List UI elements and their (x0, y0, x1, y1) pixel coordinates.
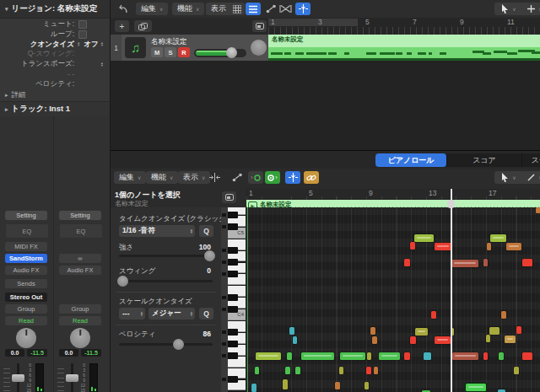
pr-view-menu[interactable]: 表示∨ (178, 171, 210, 184)
functions-menu[interactable]: 機能∨ (172, 3, 204, 15)
track-name[interactable]: 名称未設定 (151, 37, 187, 47)
midi-note[interactable] (522, 352, 532, 360)
track-volume-slider[interactable] (194, 49, 246, 57)
midi-in-button[interactable]: › (248, 171, 263, 184)
midi-note[interactable] (506, 243, 521, 250)
strip-button-eq[interactable]: EQ (59, 223, 103, 239)
piano-key-black[interactable] (228, 341, 238, 347)
stepper-icon[interactable]: ▴ ▾ (101, 62, 103, 67)
scale-type-select[interactable]: メジャー ▴ ▾ (148, 308, 195, 320)
midi-note[interactable] (372, 336, 377, 344)
velocity-slider[interactable] (119, 343, 213, 346)
midi-note[interactable] (410, 336, 416, 344)
pan-knob[interactable] (251, 40, 267, 56)
piano-roll-grid[interactable] (246, 207, 540, 392)
midi-note[interactable] (251, 384, 256, 392)
fader-cap[interactable] (66, 374, 78, 382)
piano-key-black[interactable] (228, 259, 238, 266)
midi-note[interactable] (451, 260, 478, 267)
midi-note[interactable] (287, 352, 292, 360)
strip-button-setting[interactable]: Setting (5, 211, 47, 220)
strip-button-group[interactable]: Group (5, 304, 47, 314)
midi-note[interactable] (536, 207, 540, 213)
region-inspector-header[interactable]: ▾ リージョン: 名称未設定 (0, 0, 110, 19)
stepper-icon[interactable]: ▴ ▾ (101, 41, 103, 47)
tab-score[interactable]: スコア (447, 153, 522, 167)
playhead-handle[interactable] (447, 200, 455, 208)
checkbox[interactable] (78, 20, 87, 29)
strip-button-group[interactable]: Group (59, 304, 101, 314)
autopunch-button[interactable] (278, 3, 293, 15)
midi-note[interactable] (404, 352, 410, 360)
strip-button-stereo-out[interactable]: Stereo Out (5, 293, 47, 302)
checkbox[interactable] (78, 30, 87, 39)
solo-button[interactable]: S (165, 47, 176, 57)
midi-note[interactable] (516, 326, 521, 334)
region-details-row[interactable]: ▸ 詳細 (0, 90, 110, 100)
duplicate-track-button[interactable] (134, 20, 152, 32)
midi-note[interactable] (404, 259, 410, 266)
midi-note[interactable] (424, 352, 431, 360)
piano-key-black[interactable] (228, 329, 238, 336)
midi-note[interactable] (501, 311, 506, 319)
track-header-options-button[interactable] (252, 20, 267, 32)
piano-keyboard[interactable]: C5C4 (228, 207, 246, 392)
midi-note[interactable] (374, 367, 378, 374)
midi-note[interactable] (435, 336, 451, 344)
piano-key-black[interactable] (228, 212, 238, 218)
playhead[interactable] (451, 189, 452, 392)
midi-note[interactable] (414, 234, 434, 242)
pr-pencil-tool-menu[interactable]: ∨ (521, 171, 540, 184)
piano-key-black[interactable] (228, 376, 238, 383)
pr-pointer-tool-menu[interactable]: ∨ (494, 171, 523, 184)
piano-roll-ruler[interactable]: 1591317 (246, 189, 540, 200)
strip-button-read[interactable]: Read (59, 316, 101, 325)
record-enable-button[interactable]: R (178, 47, 190, 57)
scale-quantize-apply-button[interactable]: Q (199, 308, 213, 320)
grid-view-button[interactable] (230, 3, 245, 15)
cycle-range-band[interactable] (268, 19, 358, 26)
command-click-tool-menu[interactable]: ∨ (521, 3, 540, 15)
track-inspector-header[interactable]: ▸ トラック: Inst 1 (0, 101, 110, 117)
mute-button[interactable]: M (151, 47, 163, 57)
link-button[interactable] (304, 171, 319, 184)
tab-piano-roll[interactable]: ピアノロール (375, 153, 447, 167)
strip-button-eq[interactable]: EQ (5, 223, 49, 239)
pointer-tool-menu[interactable]: ∨ (494, 3, 523, 15)
local-inspector-toggle-button[interactable] (222, 191, 236, 203)
volume-value[interactable]: 0.0 (5, 349, 24, 357)
midi-note[interactable] (499, 352, 504, 360)
midi-note[interactable] (466, 384, 486, 391)
midi-note[interactable] (367, 352, 371, 360)
velocity-slider-knob[interactable] (173, 339, 184, 350)
midi-note[interactable] (431, 311, 436, 319)
midi-note[interactable] (256, 352, 281, 360)
midi-note[interactable] (255, 367, 259, 374)
volume-knob[interactable] (226, 47, 237, 58)
midi-note[interactable] (301, 352, 334, 360)
parameter-value[interactable]: オフ (84, 40, 98, 50)
snap-button[interactable] (285, 171, 300, 184)
volume-value[interactable]: 0.0 (59, 349, 78, 357)
midi-note[interactable] (483, 352, 488, 360)
midi-note[interactable] (483, 259, 488, 266)
swing-slider[interactable] (119, 280, 213, 282)
swing-slider-knob[interactable] (117, 276, 128, 287)
time-quantize-select[interactable]: 1/16 -音符 ▴ ▾ (119, 225, 195, 237)
piano-key-black[interactable] (228, 352, 238, 359)
strength-slider[interactable] (119, 255, 213, 257)
midi-note[interactable] (370, 327, 375, 335)
snap-button[interactable] (295, 3, 310, 15)
quantize-apply-button[interactable]: Q (199, 225, 213, 237)
midi-note[interactable] (339, 367, 343, 374)
midi-note[interactable] (285, 367, 290, 374)
track-row[interactable]: 1 ♫ 名称未設定 M S R (111, 35, 268, 62)
midi-note[interactable] (489, 327, 500, 335)
arrange-ruler[interactable]: 1357911 (268, 18, 540, 35)
midi-note[interactable] (366, 367, 371, 374)
piano-key-black[interactable] (228, 306, 238, 313)
pan-knob[interactable] (16, 328, 36, 348)
midi-note[interactable] (435, 243, 451, 250)
midi-note[interactable] (379, 352, 400, 360)
midi-note[interactable] (415, 328, 428, 336)
